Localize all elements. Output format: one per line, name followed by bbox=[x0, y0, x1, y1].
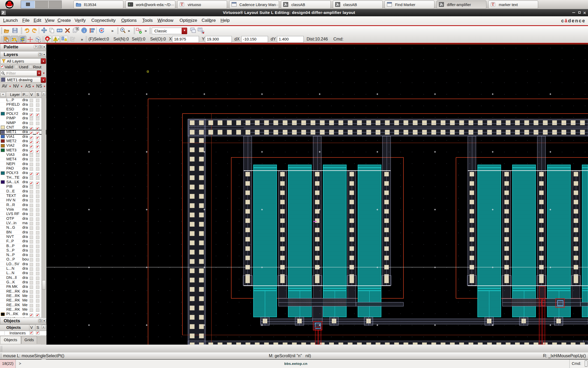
svg-text:i: i bbox=[84, 29, 85, 33]
svg-text:!: ! bbox=[55, 38, 56, 41]
svg-text:R: R bbox=[76, 27, 78, 30]
